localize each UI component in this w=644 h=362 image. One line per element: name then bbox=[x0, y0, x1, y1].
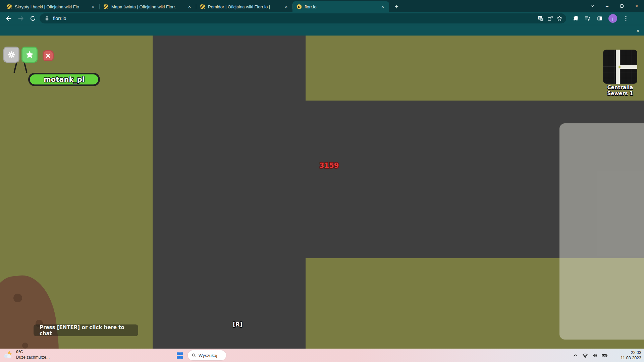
side-panel-icon[interactable] bbox=[596, 15, 603, 22]
system-tray bbox=[572, 349, 608, 362]
lock-icon bbox=[44, 15, 50, 22]
damage-number: 3159 bbox=[319, 162, 339, 170]
toolbar-extensions: j bbox=[572, 14, 629, 23]
tab-4[interactable]: florr.io× bbox=[292, 1, 389, 12]
minimap-label: Centralia Sewers 1 bbox=[596, 84, 644, 97]
clock-date: 11.03.2023 bbox=[621, 355, 641, 361]
tab-title: Mapa świata | Oficjalna wiki Florr. bbox=[111, 4, 184, 9]
mud-spot bbox=[22, 343, 28, 349]
weather-widget[interactable]: 0°C Duże zachmurze... bbox=[3, 350, 50, 360]
tile-region-bottom bbox=[153, 258, 306, 349]
tab-title: florr.io bbox=[305, 4, 377, 9]
player-name-pill: motank_pl bbox=[28, 73, 100, 86]
florr-icon bbox=[297, 4, 302, 9]
maximize-button[interactable] bbox=[614, 0, 629, 12]
address-bar[interactable]: florr.io G bbox=[40, 13, 566, 23]
minimap-player-dot bbox=[619, 66, 621, 68]
start-button[interactable] bbox=[175, 350, 185, 360]
screen: Skrypty i hacki | Oficjalna wiki Flo×Map… bbox=[0, 0, 644, 362]
wiki-icon bbox=[103, 4, 109, 9]
secondary-row-key-label: [R] bbox=[233, 321, 243, 328]
tab-1[interactable]: Skrypty i hacki | Oficjalna wiki Flo× bbox=[3, 1, 99, 12]
taskbar-clock[interactable]: 22:03 11.03.2023 bbox=[621, 350, 641, 361]
browser-toolbar: florr.io G j bbox=[0, 12, 644, 25]
tile-region-top bbox=[153, 36, 306, 101]
mud-patch bbox=[0, 272, 63, 349]
extensions-puzzle-icon[interactable] bbox=[572, 15, 579, 22]
mob-gallery-panel bbox=[559, 123, 644, 340]
weather-temp: 0°C bbox=[16, 350, 50, 355]
game-viewport[interactable]: 3159 motank_pl Centralia Sewers 1 [R] Pr… bbox=[0, 36, 644, 349]
tab-3[interactable]: Pomidor | Oficjalna wiki Florr.io |× bbox=[196, 1, 292, 12]
wifi-icon[interactable] bbox=[582, 352, 588, 359]
volume-icon[interactable] bbox=[592, 352, 598, 359]
tab-2[interactable]: Mapa świata | Oficjalna wiki Florr.× bbox=[99, 1, 196, 12]
forward-button[interactable] bbox=[15, 13, 26, 24]
battery-charging-icon[interactable] bbox=[601, 352, 608, 359]
tab-close-icon[interactable]: × bbox=[380, 4, 386, 10]
search-placeholder: Wyszukaj bbox=[199, 353, 217, 358]
weather-desc: Duże zachmurze... bbox=[16, 355, 50, 360]
wiki-icon bbox=[200, 4, 205, 9]
taskbar-center: Wyszukaj bbox=[175, 349, 229, 362]
mud-spot bbox=[13, 294, 22, 302]
chat-bar[interactable]: Press [ENTER] or click here to chat bbox=[34, 324, 138, 336]
search-icon bbox=[191, 353, 197, 358]
star-button[interactable] bbox=[21, 47, 38, 63]
profile-avatar[interactable]: j bbox=[608, 14, 617, 23]
tab-title: Skrypty i hacki | Oficjalna wiki Flo bbox=[15, 4, 87, 9]
clock-time: 22:03 bbox=[621, 350, 641, 355]
bookmark-star-icon[interactable] bbox=[556, 15, 563, 22]
minimize-button[interactable]: – bbox=[600, 0, 614, 12]
bookmarks-bar: » bbox=[0, 25, 644, 36]
tab-search-chevron-icon[interactable] bbox=[585, 0, 600, 12]
minimap bbox=[603, 50, 637, 84]
player-name: motank_pl bbox=[30, 74, 98, 84]
tray-chevron-icon[interactable] bbox=[572, 352, 579, 359]
share-icon[interactable] bbox=[547, 15, 553, 22]
taskbar-search[interactable]: Wyszukaj bbox=[188, 350, 226, 360]
player-avatar-flower bbox=[9, 69, 31, 92]
taskbar: 0°C Duże zachmurze... Wyszukaj 22:03 11.… bbox=[0, 349, 644, 362]
wiki-icon bbox=[7, 4, 12, 9]
reload-button[interactable] bbox=[28, 13, 38, 24]
tab-strip: Skrypty i hacki | Oficjalna wiki Flo×Map… bbox=[0, 0, 644, 12]
tab-close-icon[interactable]: × bbox=[90, 4, 96, 10]
bookmarks-overflow-chevron[interactable]: » bbox=[637, 27, 639, 33]
url-text: florr.io bbox=[53, 16, 535, 21]
weather-cloud-icon bbox=[3, 350, 13, 360]
window-controls: – × bbox=[585, 0, 644, 12]
translate-icon[interactable]: G bbox=[537, 15, 544, 22]
tab-close-icon[interactable]: × bbox=[283, 4, 289, 10]
close-panel-button[interactable] bbox=[43, 50, 54, 61]
tab-title: Pomidor | Oficjalna wiki Florr.io | bbox=[208, 4, 280, 9]
menu-kebab-icon[interactable] bbox=[623, 15, 629, 22]
media-controls-icon[interactable] bbox=[584, 15, 591, 22]
tab-close-icon[interactable]: × bbox=[186, 4, 193, 10]
close-button[interactable]: × bbox=[629, 0, 644, 12]
new-tab-button[interactable]: + bbox=[392, 2, 401, 11]
settings-button[interactable] bbox=[3, 47, 19, 63]
minimap-road-horizontal bbox=[618, 65, 637, 69]
back-button[interactable] bbox=[3, 13, 14, 24]
